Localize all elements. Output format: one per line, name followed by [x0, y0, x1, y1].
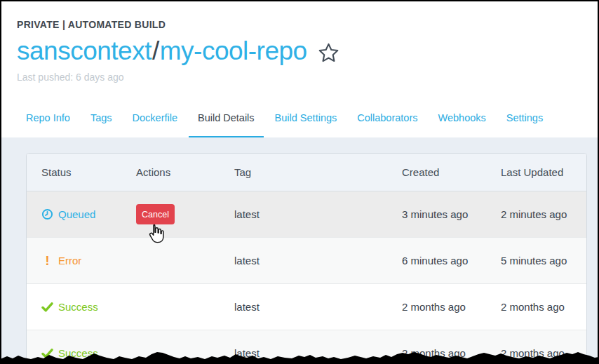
last-pushed-text: Last pushed: 6 days ago	[17, 72, 581, 83]
tab-settings[interactable]: Settings	[497, 102, 552, 137]
tag-cell: latest	[220, 284, 387, 330]
repo-owner-link[interactable]: sanscontext	[17, 36, 152, 65]
status-cell: Success	[27, 330, 121, 364]
status-label: Error	[58, 255, 81, 267]
builds-table: Status Actions Tag Created Last Updated …	[26, 153, 587, 364]
status-cell: ! Error	[27, 238, 121, 283]
status-label: Queued	[58, 208, 95, 220]
tab-repo-info[interactable]: Repo Info	[17, 102, 79, 137]
repo-tabs: Repo Info Tags Dockerfile Build Details …	[1, 102, 598, 137]
repo-page: PRIVATE | AUTOMATED BUILD sanscontext/my…	[0, 0, 599, 364]
tag-cell: latest	[220, 330, 387, 364]
title-row: sanscontext/my-cool-repo	[17, 36, 581, 65]
tab-collaborators[interactable]: Collaborators	[348, 102, 426, 137]
last-updated-cell: 2 minutes ago	[486, 191, 586, 237]
status-cell: Queued	[27, 191, 121, 237]
star-icon[interactable]	[318, 42, 339, 64]
column-header-created: Created	[387, 154, 486, 191]
build-row-success[interactable]: Success latest 2 months ago 2 months ago	[27, 283, 586, 330]
created-cell: 2 months ago	[387, 284, 486, 330]
exclamation-icon: !	[41, 255, 53, 267]
column-header-last-updated: Last Updated	[486, 154, 586, 191]
tab-tags[interactable]: Tags	[81, 102, 121, 137]
cancel-button[interactable]: Cancel	[136, 204, 175, 224]
status-cell: Success	[27, 284, 121, 330]
status-label: Success	[58, 301, 98, 313]
repo-separator: /	[152, 36, 160, 65]
actions-cell	[121, 238, 220, 283]
created-cell: 6 minutes ago	[387, 238, 486, 283]
actions-cell	[121, 330, 220, 364]
tab-build-details[interactable]: Build Details	[189, 102, 264, 137]
repo-name-link[interactable]: my-cool-repo	[160, 36, 307, 65]
column-header-actions: Actions	[121, 154, 220, 191]
tag-cell: latest	[220, 238, 387, 283]
builds-table-header: Status Actions Tag Created Last Updated	[27, 154, 586, 191]
check-icon	[41, 302, 53, 312]
build-row-success[interactable]: Success latest 2 months ago 2 months ago	[27, 330, 586, 364]
last-updated-cell: 5 minutes ago	[486, 238, 586, 283]
tab-webhooks[interactable]: Webhooks	[429, 102, 495, 137]
build-row-error[interactable]: ! Error latest 6 minutes ago 5 minutes a…	[27, 237, 586, 283]
build-row-queued[interactable]: Queued Cancel latest 3 minutes ago 2 min…	[27, 191, 586, 237]
tab-build-settings[interactable]: Build Settings	[266, 102, 346, 137]
tag-cell: latest	[220, 191, 387, 237]
clock-icon	[41, 208, 53, 220]
last-updated-cell: 2 months ago	[486, 284, 586, 330]
created-cell: 3 minutes ago	[387, 191, 486, 237]
column-header-tag: Tag	[220, 154, 387, 191]
last-updated-cell: 2 months ago	[486, 330, 586, 364]
status-label: Success	[58, 347, 98, 359]
column-header-status: Status	[27, 154, 121, 191]
actions-cell	[121, 284, 220, 330]
page-title: sanscontext/my-cool-repo	[17, 36, 307, 65]
check-icon	[41, 349, 53, 358]
created-cell: 2 months ago	[387, 330, 486, 364]
build-details-panel: Status Actions Tag Created Last Updated …	[1, 137, 598, 364]
actions-cell: Cancel	[121, 191, 220, 237]
tab-dockerfile[interactable]: Dockerfile	[123, 102, 187, 137]
repo-header: PRIVATE | AUTOMATED BUILD sanscontext/my…	[1, 1, 598, 83]
repo-visibility-badge: PRIVATE | AUTOMATED BUILD	[17, 19, 581, 30]
